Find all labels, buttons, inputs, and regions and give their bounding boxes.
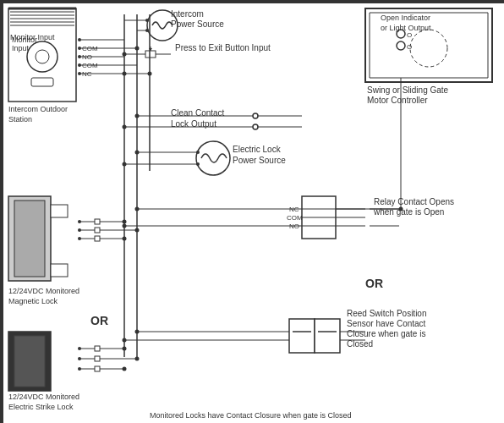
- svg-text:Power Source: Power Source: [171, 19, 224, 29]
- svg-text:Press to Exit Button Input: Press to Exit Button Input: [175, 43, 271, 52]
- svg-point-73: [123, 220, 127, 224]
- svg-text:Closed: Closed: [347, 339, 373, 349]
- svg-rect-59: [95, 219, 100, 224]
- svg-text:Intercom: Intercom: [171, 9, 204, 19]
- svg-point-77: [135, 357, 140, 361]
- svg-rect-51: [51, 205, 68, 217]
- svg-point-41: [123, 52, 127, 57]
- svg-text:Monitor Input: Monitor Input: [10, 33, 55, 41]
- svg-rect-90: [315, 319, 340, 353]
- svg-rect-89: [289, 319, 315, 353]
- svg-text:Closure when gate is: Closure when gate is: [347, 329, 425, 338]
- svg-point-104: [123, 338, 127, 343]
- svg-point-100: [123, 224, 127, 228]
- svg-point-114: [148, 72, 152, 76]
- svg-text:12/24VDC Monitored: 12/24VDC Monitored: [8, 287, 79, 295]
- svg-point-149: [253, 113, 258, 118]
- svg-rect-10: [31, 78, 53, 86]
- svg-point-78: [123, 367, 127, 371]
- svg-rect-61: [95, 236, 100, 241]
- svg-text:Monitored Locks have Contact C: Monitored Locks have Contact Closure whe…: [150, 411, 352, 420]
- svg-text:or Light Output: or Light Output: [381, 24, 431, 32]
- svg-point-9: [36, 50, 49, 63]
- svg-point-112: [135, 47, 140, 51]
- svg-text:Relay Contact Opens: Relay Contact Opens: [374, 197, 454, 206]
- svg-text:Intercom Outdoor: Intercom Outdoor: [8, 105, 68, 113]
- svg-text:12/24VDC Monitored: 12/24VDC Monitored: [8, 393, 79, 401]
- svg-point-148: [123, 125, 127, 129]
- svg-point-103: [135, 330, 140, 334]
- svg-text:OR: OR: [365, 277, 383, 290]
- svg-text:Input: Input: [12, 44, 30, 52]
- svg-text:O: O: [407, 31, 412, 39]
- svg-rect-70: [95, 346, 100, 351]
- svg-point-105: [410, 30, 447, 67]
- svg-text:Magnetic Lock: Magnetic Lock: [8, 297, 58, 305]
- svg-text:Swing or Sliding Gate: Swing or Sliding Gate: [367, 85, 449, 95]
- svg-point-48: [123, 162, 127, 167]
- svg-point-76: [123, 347, 127, 351]
- svg-point-150: [253, 124, 258, 129]
- svg-text:O: O: [407, 43, 412, 51]
- svg-text:Motor Controller: Motor Controller: [367, 96, 428, 105]
- svg-text:Sensor have Contact: Sensor have Contact: [347, 319, 426, 328]
- svg-text:Open Indicator: Open Indicator: [381, 14, 430, 22]
- svg-point-147: [135, 114, 140, 118]
- svg-text:Electric Lock: Electric Lock: [233, 145, 282, 154]
- svg-point-99: [135, 207, 140, 212]
- svg-rect-71: [95, 356, 100, 361]
- svg-rect-50: [14, 201, 45, 277]
- svg-text:COM: COM: [287, 214, 303, 222]
- svg-point-113: [123, 72, 127, 76]
- svg-point-75: [123, 237, 127, 241]
- svg-point-74: [135, 228, 140, 233]
- wiring-diagram: Monitor Input COM NO COM NC: [0, 0, 504, 423]
- svg-text:Station: Station: [8, 115, 32, 124]
- svg-rect-60: [95, 228, 100, 233]
- svg-rect-52: [51, 264, 68, 277]
- svg-rect-72: [95, 366, 100, 371]
- svg-rect-63: [14, 336, 45, 387]
- svg-text:Electric Strike Lock: Electric Strike Lock: [8, 403, 74, 411]
- svg-text:Power Source: Power Source: [233, 156, 286, 165]
- svg-point-107: [397, 41, 405, 50]
- svg-text:Reed Switch Position: Reed Switch Position: [347, 309, 427, 318]
- svg-rect-25: [145, 51, 156, 58]
- svg-text:OR: OR: [90, 314, 108, 327]
- svg-point-47: [135, 151, 140, 155]
